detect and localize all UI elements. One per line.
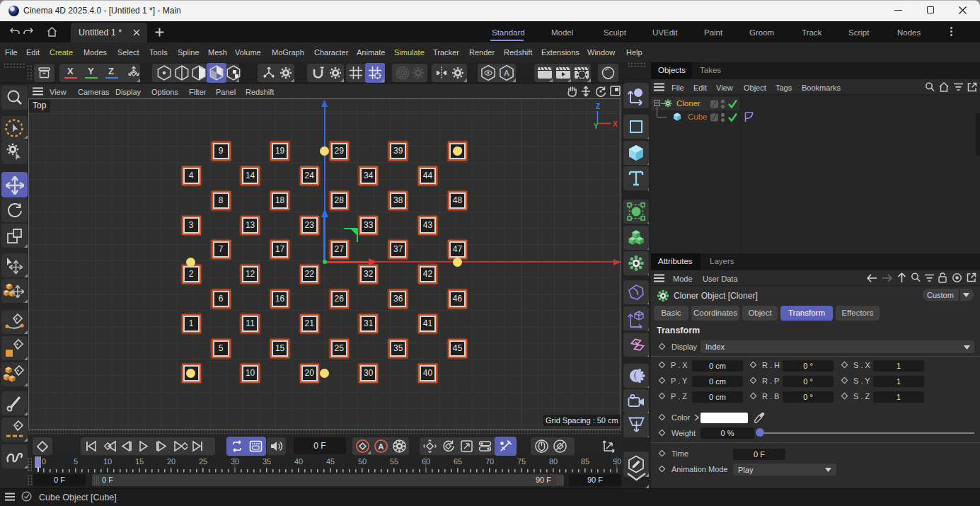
svg-text:A: A [504,69,509,77]
svg-text:A: A [378,442,384,451]
svg-text:Y: Y [594,122,599,130]
svg-text:Z: Z [596,103,600,110]
svg-text:X: X [613,120,618,128]
